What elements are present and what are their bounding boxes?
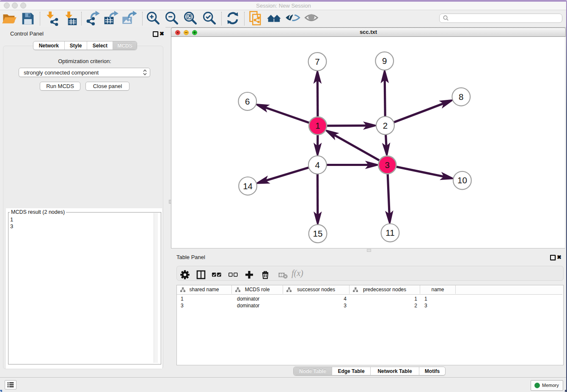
svg-text:14: 14: [243, 181, 253, 191]
svg-text:7: 7: [315, 57, 319, 66]
svg-text:9: 9: [382, 56, 387, 66]
svg-text:3: 3: [385, 160, 390, 170]
svg-text:4: 4: [315, 160, 320, 170]
svg-text:6: 6: [245, 97, 250, 106]
svg-text:10: 10: [457, 175, 467, 185]
svg-text:15: 15: [313, 229, 323, 238]
svg-text:1: 1: [315, 121, 320, 130]
svg-text:2: 2: [383, 121, 388, 130]
svg-text:8: 8: [459, 92, 463, 102]
svg-text:11: 11: [385, 228, 394, 237]
